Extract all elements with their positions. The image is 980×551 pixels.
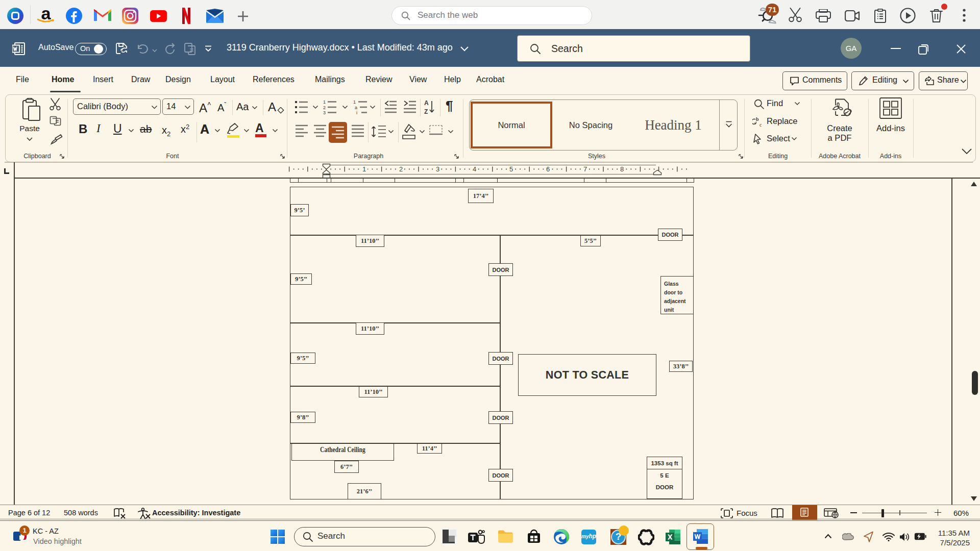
svg-text:b: b	[756, 116, 759, 122]
svg-text:c: c	[760, 122, 762, 128]
svg-text:a: a	[355, 105, 357, 110]
svg-text:A: A	[424, 99, 429, 107]
svg-text:3: 3	[323, 110, 326, 115]
svg-text:Z: Z	[424, 108, 428, 115]
svg-text:2: 2	[323, 105, 326, 110]
svg-text:1: 1	[323, 99, 326, 105]
svg-text:i: i	[356, 110, 357, 115]
svg-text:1: 1	[353, 99, 356, 105]
